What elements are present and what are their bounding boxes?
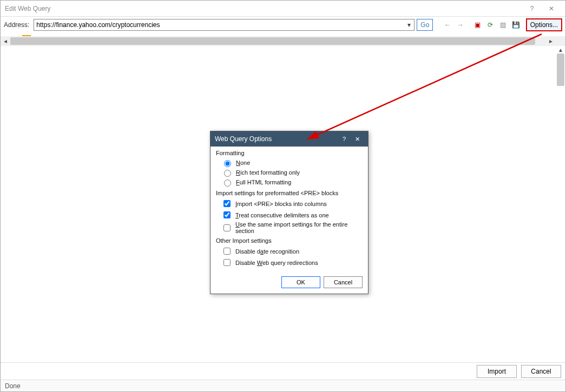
titlebar: Edit Web Query ? ✕: [1, 1, 565, 17]
modal-help-button[interactable]: ?: [338, 136, 351, 142]
hide-icons-icon[interactable]: ▨: [498, 19, 509, 31]
scroll-up-icon[interactable]: ▴: [556, 46, 565, 54]
save-query-icon[interactable]: 💾: [511, 19, 522, 31]
radio-rtf[interactable]: Rich text formatting only: [221, 168, 363, 177]
address-bar: Address: ▾ Go ← → ▣ ⟳ ▨ 💾 Options...: [1, 17, 565, 33]
formatting-label: Formatting: [216, 150, 363, 156]
cancel-button[interactable]: Cancel: [521, 365, 561, 378]
status-bar: Done: [1, 380, 565, 391]
dialog-footer: Import Cancel: [1, 362, 565, 380]
forward-icon[interactable]: →: [455, 19, 466, 31]
h-scroll-thumb[interactable]: [10, 37, 535, 45]
other-label: Other Import settings: [216, 237, 363, 244]
web-query-options-dialog: Web Query Options ? ✕ Formatting None Ri…: [210, 131, 368, 294]
options-button[interactable]: Options...: [526, 18, 562, 31]
edit-web-query-window: Edit Web Query ? ✕ Address: ▾ Go ← → ▣ ⟳…: [0, 0, 566, 392]
stop-icon[interactable]: ▣: [472, 19, 483, 31]
check-delim[interactable]: Treat consecutive delimiters as one: [221, 210, 363, 220]
radio-html[interactable]: Full HTML formatting: [221, 178, 363, 187]
modal-ok-button[interactable]: OK: [281, 276, 320, 288]
modal-cancel-button[interactable]: Cancel: [324, 276, 363, 288]
check-pre[interactable]: Import <PRE> blocks into columns: [221, 198, 363, 209]
v-scroll-thumb[interactable]: [557, 54, 564, 86]
radio-none[interactable]: None: [221, 158, 363, 167]
pre-label: Import settings for preformatted <PRE> b…: [216, 190, 363, 196]
window-title: Edit Web Query: [5, 5, 522, 12]
go-button[interactable]: Go: [417, 19, 433, 31]
url-input[interactable]: [34, 19, 414, 31]
modal-titlebar: Web Query Options ? ✕: [210, 131, 368, 147]
address-label: Address:: [4, 21, 29, 29]
check-same[interactable]: Use the same import settings for the ent…: [221, 221, 363, 234]
scroll-left-icon[interactable]: ◂: [1, 36, 10, 46]
url-dropdown-icon[interactable]: ▾: [405, 20, 413, 30]
back-icon[interactable]: ←: [442, 19, 453, 31]
import-button[interactable]: Import: [477, 365, 517, 378]
close-button[interactable]: ✕: [542, 2, 561, 15]
modal-close-button[interactable]: ✕: [351, 136, 364, 143]
horizontal-scrollbar[interactable]: ◂ ▸: [1, 36, 556, 46]
scroll-corner: [556, 36, 565, 46]
refresh-icon[interactable]: ⟳: [485, 19, 496, 31]
modal-title: Web Query Options: [215, 135, 338, 143]
status-text: Done: [5, 382, 21, 390]
check-redir[interactable]: Disable Web query redirections: [221, 257, 363, 268]
help-button[interactable]: ?: [522, 2, 542, 15]
scroll-right-icon[interactable]: ▸: [546, 36, 556, 46]
check-date[interactable]: Disable date recognition: [221, 246, 363, 256]
